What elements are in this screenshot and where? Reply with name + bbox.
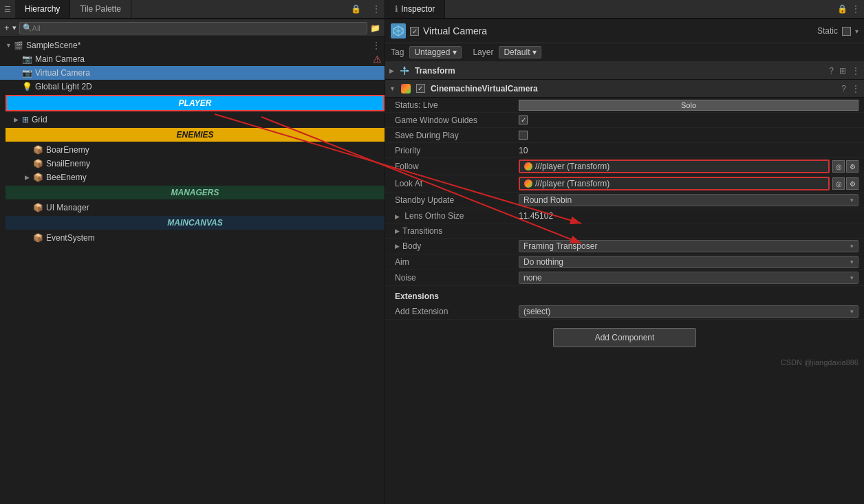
follow-gear-button[interactable]: ⚙ — [846, 160, 858, 173]
add-component-area: Add Component — [385, 320, 864, 355]
tree-item-beeenemy[interactable]: ▶ 📦 BeeEnemy — [0, 171, 385, 184]
tag-label: Tag — [391, 47, 404, 57]
hierarchy-toolbar: + ▾ 🔍 📁 — [0, 19, 385, 37]
object-header: Virtual Camera Static ▾ — [385, 19, 864, 43]
aim-dropdown[interactable]: Do nothing ▾ — [519, 256, 858, 268]
scene-options-icon[interactable]: ⋮ — [372, 41, 385, 50]
body-expand[interactable]: ▶ Body — [395, 241, 519, 251]
camera-icon: 📷 — [22, 54, 32, 64]
grid-icon: ⊞ — [22, 115, 29, 124]
search-input[interactable] — [32, 24, 364, 32]
static-dropdown-arrow[interactable]: ▾ — [855, 28, 858, 35]
lens-ortho-value[interactable]: 11.45102 — [519, 211, 858, 221]
item-label: BeeEnemy — [46, 173, 87, 182]
game-window-checkbox[interactable] — [519, 116, 528, 124]
tree-item-virtualcamera[interactable]: 📷 Virtual Camera — [0, 66, 385, 80]
transform-more-icon[interactable]: ⋮ — [852, 66, 860, 76]
cinemachine-label: CinemachineVirtualCamera — [431, 84, 839, 94]
tab-tile-palette[interactable]: Tile Palette — [70, 0, 131, 18]
game-window-label: Game Window Guides — [395, 116, 519, 125]
tag-dropdown[interactable]: Untagged ▾ — [409, 46, 462, 58]
prop-priority: Priority 10 — [385, 143, 864, 158]
more-icon2[interactable]: ⋮ — [852, 4, 860, 14]
layer-dropdown[interactable]: Default ▾ — [499, 46, 541, 58]
noise-dropdown[interactable]: none ▾ — [519, 272, 858, 284]
follow-target-button[interactable]: ◎ — [832, 160, 845, 173]
lens-expand-arrow[interactable]: ▶ Lens Ortho Size — [395, 211, 519, 221]
obj-icon: 📦 — [33, 203, 43, 212]
item-label: Global Light 2D — [35, 82, 92, 91]
tab-hierarchy[interactable]: Hierarchy — [15, 0, 70, 18]
enemies-group-label[interactable]: ENEMIES — [6, 128, 385, 142]
managers-group-label[interactable]: MANAGERS — [6, 186, 385, 199]
tree-item-samplescene[interactable]: ▼ 🎬 SampleScene* ⋮ — [0, 39, 385, 52]
cinemachine-expand-icon: ▼ — [389, 85, 396, 92]
warning-icon: ⚠ — [373, 54, 385, 65]
tag-layer-row: Tag Untagged ▾ Layer Default ▾ — [385, 43, 864, 62]
noise-arrow-icon: ▾ — [850, 274, 854, 281]
prop-transitions[interactable]: ▶ Transitions — [385, 223, 864, 239]
cinemachine-component-header[interactable]: ▼ CinemachineVirtualCamera ? ⋮ — [385, 80, 864, 98]
obj-icon: 📦 — [33, 173, 43, 182]
item-label: SnailEnemy — [46, 159, 90, 168]
tree-item-grid[interactable]: ▶ ⊞ Grid — [0, 113, 385, 127]
cinemachine-icon — [401, 84, 411, 94]
search-box[interactable]: 🔍 — [19, 22, 367, 34]
body-dropdown[interactable]: Framing Transposer ▾ — [519, 240, 858, 252]
prop-aim: Aim Do nothing ▾ — [385, 254, 864, 270]
add-button[interactable]: + — [4, 23, 10, 33]
tree-item-globallight[interactable]: 💡 Global Light 2D — [0, 80, 385, 94]
maincanvas-group-label[interactable]: MAINCANVAS — [6, 216, 385, 230]
menu-icon[interactable]: ☰ — [0, 0, 15, 18]
prop-lensortho: ▶ Lens Ortho Size 11.45102 — [385, 208, 864, 223]
tab-inspector[interactable]: ℹ Inspector — [385, 0, 445, 18]
more-icon[interactable]: ⋮ — [368, 4, 385, 14]
transform-edit-icon[interactable]: ⊞ — [839, 66, 846, 76]
priority-value[interactable]: 10 — [519, 146, 858, 155]
active-checkbox[interactable] — [410, 27, 419, 36]
transform-expand-icon: ▶ — [389, 67, 394, 74]
prop-lookat: Look At ///player (Transform) ◎ ⚙ — [385, 175, 864, 193]
extension-arrow-icon: ▾ — [850, 308, 854, 315]
lock-icon2[interactable]: 🔒 — [837, 4, 847, 14]
prop-body: ▶ Body Framing Transposer ▾ — [385, 239, 864, 254]
cinemachine-more-icon[interactable]: ⋮ — [852, 84, 860, 94]
follow-value-field[interactable]: ///player (Transform) — [519, 160, 830, 173]
cinemachine-checkbox[interactable] — [416, 84, 425, 93]
obj-3d-icon — [391, 23, 406, 39]
lookat-target-button[interactable]: ◎ — [832, 177, 845, 190]
inspector-content: Virtual Camera Static ▾ Tag Untagged ▾ L… — [385, 19, 864, 504]
prop-add-extension: Add Extension (select) ▾ — [385, 304, 864, 320]
standby-update-dropdown[interactable]: Round Robin ▾ — [519, 194, 858, 206]
body-arrow-icon: ▾ — [850, 243, 854, 250]
lookat-value-field[interactable]: ///player (Transform) — [519, 177, 830, 190]
static-checkbox[interactable] — [842, 27, 851, 36]
lock-icon[interactable]: 🔒 — [348, 4, 364, 14]
lookat-gear-button[interactable]: ⚙ — [846, 177, 858, 190]
standby-arrow-icon: ▾ — [850, 197, 854, 204]
tree-item-uimanager[interactable]: 📦 UI Manager — [0, 201, 385, 215]
solo-button[interactable]: Solo — [519, 100, 858, 111]
tree-item-boardenemy[interactable]: 📦 BoarEnemy — [0, 143, 385, 157]
prop-noise: Noise none ▾ — [385, 270, 864, 286]
prop-gamewindow: Game Window Guides — [385, 113, 864, 128]
transform-help-icon[interactable]: ? — [829, 66, 834, 76]
light-icon: 💡 — [22, 82, 32, 91]
inspector-panel: ℹ Inspector 🔒 ⋮ Virtual Camera Static ▾ — [385, 0, 864, 504]
tree-item-maincamera[interactable]: 📷 Main Camera ⚠ — [0, 52, 385, 66]
inspector-tab-bar: ℹ Inspector 🔒 ⋮ — [385, 0, 864, 19]
search-icon: 🔍 — [23, 23, 32, 32]
folder-icon[interactable]: 📁 — [370, 23, 380, 33]
player-group-label[interactable]: PLAYER — [6, 95, 385, 111]
add-extension-dropdown[interactable]: (select) ▾ — [519, 305, 858, 318]
add-component-button[interactable]: Add Component — [553, 328, 697, 347]
cinemachine-help-icon[interactable]: ? — [841, 84, 846, 94]
tree-item-snailenemy[interactable]: 📦 SnailEnemy — [0, 157, 385, 171]
tag-arrow-icon: ▾ — [453, 47, 457, 57]
transitions-expand[interactable]: ▶ Transitions — [395, 226, 519, 236]
menu-down-icon[interactable]: ▾ — [12, 23, 17, 32]
transform-component-header[interactable]: ▶ Transform ? ⊞ ⋮ — [385, 62, 864, 80]
tree-item-eventsystem[interactable]: 📦 EventSystem — [0, 231, 385, 245]
save-during-play-checkbox[interactable] — [519, 131, 528, 140]
hierarchy-panel: ☰ Hierarchy Tile Palette 🔒 ⋮ + ▾ 🔍 📁 — [0, 0, 385, 504]
